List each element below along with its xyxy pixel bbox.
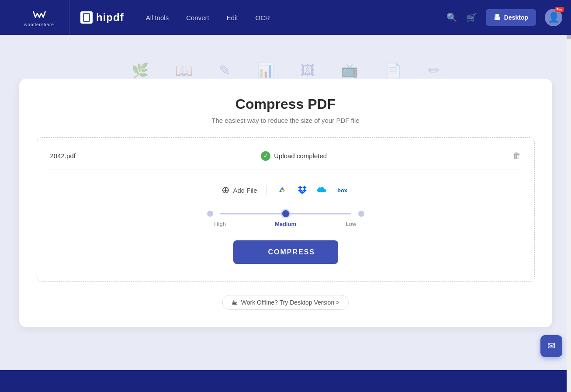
file-name: 2042.pdf — [50, 152, 76, 160]
slider-labels: High Medium Low — [207, 221, 364, 227]
desktop-link-icon: 🖶 — [232, 299, 238, 306]
box-icon[interactable]: box — [336, 183, 350, 197]
nav-ocr[interactable]: OCR — [256, 14, 270, 21]
wondershare-brand: wondershare — [9, 0, 70, 35]
upload-status: ✓ Upload completed — [261, 151, 327, 161]
medium-dot[interactable] — [282, 210, 289, 217]
hero-illustrations: 🌿 📖 ✎ 📊 🖼 📺 📄 ✏ — [0, 62, 571, 79]
divider — [266, 185, 266, 195]
compression-slider: High Medium Low — [207, 210, 364, 227]
nav-all-tools[interactable]: All tools — [146, 14, 169, 21]
nav-convert[interactable]: Convert — [186, 14, 209, 21]
dropbox-icon[interactable] — [295, 183, 309, 197]
nav-edit[interactable]: Edit — [227, 14, 238, 21]
illus-plant-icon: 🌿 — [132, 62, 149, 79]
hipdf-logo-icon — [80, 11, 93, 24]
desktop-link[interactable]: 🖶 Work Offline? Try Desktop Version > — [222, 295, 349, 310]
cloud-icons: box — [275, 183, 350, 197]
compress-button[interactable]: COMPRESS — [233, 240, 338, 264]
illus-document-icon: 📄 — [384, 62, 402, 79]
high-label: High — [207, 221, 233, 227]
search-icon[interactable]: 🔍 — [446, 12, 457, 23]
illus-pencil-icon: ✎ — [219, 62, 231, 79]
main-content: Compress PDF The easiest way to reduce t… — [2, 79, 570, 345]
page-subtitle: The easiest way to reduce the size of yo… — [37, 117, 535, 124]
illus-lamp-icon: 📖 — [175, 62, 193, 79]
wondershare-logo-icon — [31, 8, 47, 21]
desktop-btn-icon: 🖶 — [494, 14, 501, 21]
scrollbar[interactable] — [567, 0, 571, 392]
compression-level-row: High Medium Low — [50, 210, 521, 227]
pro-badge: Pro — [555, 7, 564, 12]
nav-links: All tools Convert Edit OCR — [146, 14, 270, 21]
user-icon: 👤 — [548, 12, 560, 23]
page-title: Compress PDF — [37, 96, 535, 112]
desktop-link-text: Work Offline? Try Desktop Version > — [241, 299, 340, 306]
desktop-btn-label: Desktop — [504, 14, 528, 21]
upload-status-text: Upload completed — [274, 152, 327, 160]
footer-bar — [0, 370, 571, 392]
illus-pen-icon: ✏ — [428, 62, 440, 79]
chat-button[interactable]: ✉ — [540, 335, 562, 357]
desktop-button[interactable]: 🖶 Desktop — [486, 9, 536, 26]
nav-actions: 🔍 🛒 🖶 Desktop 👤 Pro — [446, 9, 562, 26]
upload-area: 2042.pdf ✓ Upload completed 🗑 ⊕ Add File — [37, 137, 535, 282]
file-row: 2042.pdf ✓ Upload completed 🗑 — [50, 151, 521, 170]
illus-chart-icon: 📊 — [257, 62, 274, 79]
user-avatar-wrap: 👤 Pro — [545, 9, 562, 26]
add-file-label: Add File — [233, 187, 257, 194]
compress-btn-wrap: COMPRESS — [50, 240, 521, 264]
high-dot[interactable] — [207, 211, 213, 217]
illus-image-icon: 🖼 — [301, 62, 315, 79]
hero-background: 🌿 📖 ✎ 📊 🖼 📺 📄 ✏ — [0, 35, 571, 79]
check-icon: ✓ — [261, 151, 270, 161]
delete-button[interactable]: 🗑 — [512, 151, 521, 161]
onedrive-icon[interactable] — [315, 183, 329, 197]
wondershare-label: wondershare — [24, 22, 54, 27]
cart-icon[interactable]: 🛒 — [466, 12, 477, 23]
hipdf-brand: hipdf — [80, 11, 124, 24]
low-label: Low — [338, 221, 364, 227]
navbar: wondershare hipdf All tools Convert Edit… — [0, 0, 571, 35]
add-file-icon: ⊕ — [221, 184, 229, 196]
compress-card: Compress PDF The easiest way to reduce t… — [19, 79, 552, 327]
low-dot[interactable] — [358, 211, 364, 217]
illus-monitor-icon: 📺 — [341, 62, 358, 79]
medium-label: Medium — [273, 221, 299, 227]
google-drive-icon[interactable] — [275, 183, 289, 197]
hipdf-label: hipdf — [96, 11, 124, 24]
add-file-button[interactable]: ⊕ Add File — [221, 184, 257, 196]
dots-row — [207, 210, 364, 217]
add-file-row: ⊕ Add File — [50, 183, 521, 197]
